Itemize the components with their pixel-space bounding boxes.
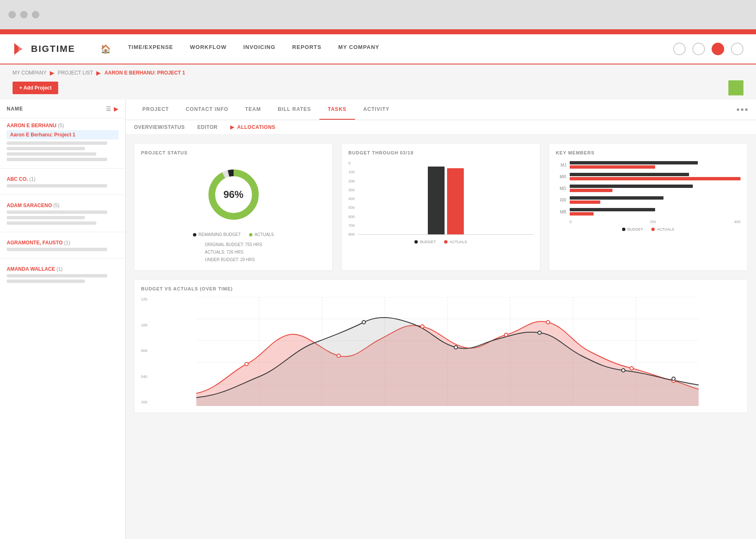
header: BIGTIME 🏠 TIME/EXPENSE WORKFLOW INVOICIN… [0,34,756,64]
divider-4 [0,258,125,259]
member-bars-mr [570,173,741,180]
budget-legend-budget: BUDGET [414,240,436,244]
member-bar-md-red [570,189,612,192]
tab-project[interactable]: PROJECT [134,100,177,120]
window-close-btn[interactable] [8,11,16,18]
budget-y-axis: 800 700 600 500 400 300 200 100 0 [348,161,355,236]
allocations-arrow: ▶ [230,124,234,130]
divider-2 [0,195,125,195]
member-bar-mb-dark [570,208,655,211]
legend-dot-members-budget [622,228,625,231]
members-x-axis: 0 200 400 [556,220,741,224]
skeleton-am-2 [7,280,85,283]
datapoint-5 [546,321,550,324]
donut-percentage: 96% [224,189,244,200]
breadcrumb-root[interactable]: MY COMPANY [13,70,46,76]
client-name-adam[interactable]: ADAM SARACENO (5) [7,203,118,208]
budget-chart-card: BUDGET THROUGH 03/18 800 700 600 500 400… [341,143,540,271]
client-group-aaron: AARON E BERHANU (5) Aaron E Berhanu: Pro… [0,118,125,165]
breadcrumb-bar: MY COMPANY ▶ PROJECT LIST ▶ AARON E BERH… [0,64,756,100]
project-status-card: PROJECT STATUS 96% [134,143,333,271]
member-row-mr: MR [556,173,741,180]
sub-tab-overview[interactable]: OVERVIEW/STATUS [134,124,185,130]
member-row-mb: MB [556,208,741,216]
member-row-md: MD [556,185,741,192]
sidebar-header-icons: ☰ ▶ [106,105,118,112]
member-bar-mr-red [570,177,741,180]
skeleton-1 [7,141,107,145]
add-project-button[interactable]: + Add Project [13,82,58,94]
line-chart-svg [154,297,741,406]
client-name-amanda[interactable]: AMANDA WALLACE (1) [7,266,118,272]
donut-container: 96% REMAINING BUDGET ACTUALS [141,161,326,264]
nav-invoicing[interactable]: INVOICING [243,44,275,54]
key-members-card: KEY MEMBERS MJ MR [549,143,748,271]
sidebar-header: NAME ☰ ▶ [0,100,125,118]
sidebar-list-icon[interactable]: ☰ [106,105,111,112]
nav-time-expense[interactable]: TIME/EXPENSE [128,44,173,54]
tab-more[interactable] [737,102,748,118]
line-chart-area [154,297,741,406]
header-notification-icon[interactable] [712,43,724,55]
sidebar: NAME ☰ ▶ AARON E BERHANU (5) Aaron E Ber… [0,100,126,539]
logo-text: BIGTIME [31,44,75,54]
header-icon-4[interactable] [731,43,743,55]
skeleton-ag-1 [7,248,107,251]
tab-bill-rates[interactable]: BILL RATES [269,100,319,120]
client-group-agramonte: AGRAMONTE, FAUSTO (1) [0,236,125,255]
breadcrumb: MY COMPANY ▶ PROJECT LIST ▶ AARON E BERH… [13,69,743,76]
members-chart: MJ MR [556,161,741,231]
window-minimize-btn[interactable] [20,11,28,18]
line-chart-wrapper: 120 100 806 040 200 [141,297,741,406]
member-bars-rr [570,196,741,204]
member-label-md: MD [556,186,566,191]
logo-icon [13,41,28,56]
budget-datapoint-2 [454,346,458,349]
nav-home[interactable]: 🏠 [100,44,111,54]
dashboard-grid: PROJECT STATUS 96% [134,143,748,271]
budget-datapoint-1 [362,321,365,324]
project-item-aaron-1[interactable]: Aaron E Berhanu: Project 1 [7,130,118,139]
datapoint-6 [630,367,633,370]
tab-team[interactable]: TEAM [237,100,269,120]
window-maximize-btn[interactable] [32,11,39,18]
budget-datapoint-3 [538,331,541,334]
header-icon-2[interactable] [692,43,705,55]
green-square-indicator [728,80,743,95]
member-bars-mb [570,208,741,216]
member-bar-rr-dark [570,196,664,200]
members-legend: BUDGET ACTUALS [556,227,741,231]
budget-datapoint-5 [672,377,675,380]
breadcrumb-level2[interactable]: PROJECT LIST [58,70,93,76]
client-name-aaron[interactable]: AARON E BERHANU (5) [7,123,118,128]
nav-reports[interactable]: REPORTS [292,44,321,54]
nav-workflow[interactable]: WORKFLOW [190,44,226,54]
sidebar-expand-icon[interactable]: ▶ [114,105,118,112]
client-name-abc[interactable]: ABC CO. (1) [7,176,118,182]
sub-tab-allocations[interactable]: ▶ ALLOCATIONS [230,124,275,130]
svg-marker-1 [18,46,23,51]
tab-contact-info[interactable]: CONTACT INFO [177,100,237,120]
datapoint-4 [504,333,508,336]
member-bar-mj-dark [570,161,698,164]
member-bars-mj [570,161,741,169]
tab-activity[interactable]: ACTIVITY [355,100,398,120]
member-bar-rr-red [570,200,601,204]
client-group-abc: ABC CO. (1) [0,172,125,191]
member-bar-md-dark [570,185,693,188]
divider-3 [0,232,125,232]
key-members-title: KEY MEMBERS [556,150,741,155]
content-area: PROJECT CONTACT INFO TEAM BILL RATES TAS… [126,100,756,539]
tab-tasks[interactable]: TASKS [319,100,355,120]
sub-tab-editor[interactable]: EDITOR [198,124,218,130]
logo[interactable]: BIGTIME [13,41,75,56]
skeleton-am-1 [7,274,107,277]
header-icon-1[interactable] [673,43,686,55]
nav-my-company[interactable]: MY COMPANY [338,44,379,54]
client-name-agramonte[interactable]: AGRAMONTE, FAUSTO (1) [7,240,118,246]
budget-bar-dark [428,167,445,234]
members-legend-actuals: ACTUALS [651,227,674,231]
skeleton-abc-1 [7,184,107,187]
legend-dot-actuals [249,233,252,236]
skeleton-3 [7,152,96,156]
